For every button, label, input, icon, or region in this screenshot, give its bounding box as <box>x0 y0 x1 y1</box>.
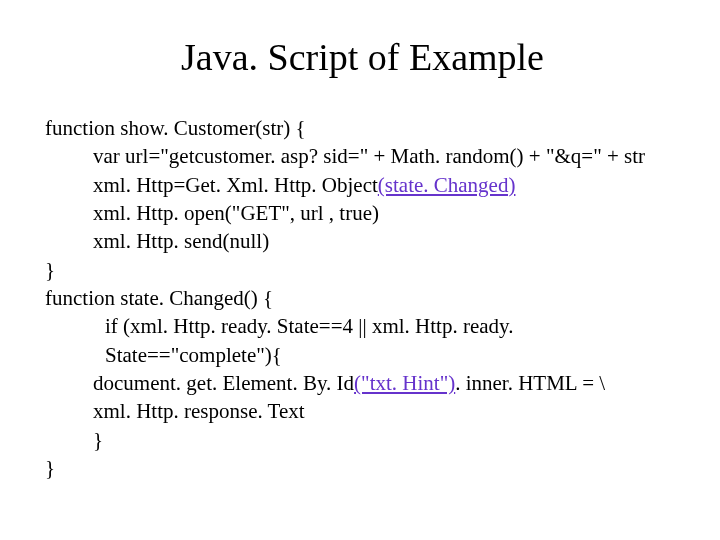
code-line: if (xml. Http. ready. State==4 || xml. H… <box>45 312 680 369</box>
code-block: function show. Customer(str) { var url="… <box>45 114 680 482</box>
slide: Java. Script of Example function show. C… <box>0 0 720 540</box>
callback-reference: (state. Changed) <box>378 173 516 197</box>
code-text: . inner. HTML = \ <box>455 371 605 395</box>
code-line: } <box>45 426 680 454</box>
code-text: document. get. Element. By. Id <box>93 371 354 395</box>
code-line: var url="getcustomer. asp? sid=" + Math.… <box>45 142 680 170</box>
code-line: xml. Http. send(null) <box>45 227 680 255</box>
code-line: xml. Http=Get. Xml. Http. Object(state. … <box>45 171 680 199</box>
code-line: document. get. Element. By. Id("txt. Hin… <box>45 369 680 397</box>
slide-title: Java. Script of Example <box>45 35 680 79</box>
code-line: } <box>45 454 680 482</box>
code-line: function show. Customer(str) { <box>45 114 680 142</box>
code-line: xml. Http. response. Text <box>45 397 680 425</box>
code-line: function state. Changed() { <box>45 284 680 312</box>
code-line: xml. Http. open("GET", url , true) <box>45 199 680 227</box>
code-line: } <box>45 256 680 284</box>
code-text: xml. Http=Get. Xml. Http. Object <box>93 173 378 197</box>
string-argument: ("txt. Hint") <box>354 371 455 395</box>
